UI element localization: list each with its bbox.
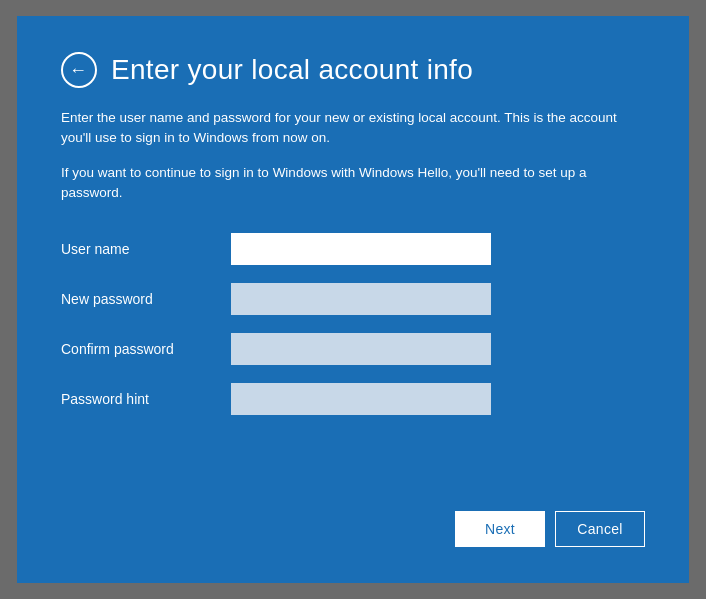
confirm-password-row: Confirm password (61, 333, 645, 365)
description-first: Enter the user name and password for you… (61, 108, 641, 149)
button-area: Next Cancel (61, 491, 645, 547)
page-title: Enter your local account info (111, 54, 473, 86)
description-second: If you want to continue to sign in to Wi… (61, 163, 641, 204)
next-button[interactable]: Next (455, 511, 545, 547)
password-hint-row: Password hint (61, 383, 645, 415)
back-button[interactable]: ← (61, 52, 97, 88)
confirm-password-input[interactable] (231, 333, 491, 365)
form-area: User name New password Confirm password … (61, 233, 645, 491)
confirm-password-label: Confirm password (61, 341, 231, 357)
new-password-row: New password (61, 283, 645, 315)
cancel-button[interactable]: Cancel (555, 511, 645, 547)
username-label: User name (61, 241, 231, 257)
username-input[interactable] (231, 233, 491, 265)
main-window: ← Enter your local account info Enter th… (17, 16, 689, 583)
header: ← Enter your local account info (61, 52, 645, 88)
back-icon: ← (69, 61, 87, 79)
new-password-label: New password (61, 291, 231, 307)
username-row: User name (61, 233, 645, 265)
password-hint-label: Password hint (61, 391, 231, 407)
new-password-input[interactable] (231, 283, 491, 315)
password-hint-input[interactable] (231, 383, 491, 415)
